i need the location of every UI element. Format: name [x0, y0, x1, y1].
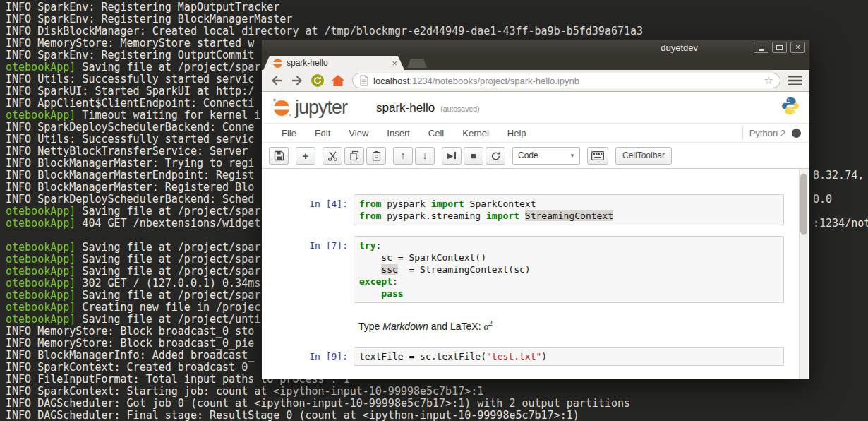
menu-item-kernel[interactable]: Kernel [453, 128, 498, 138]
log-message: 404 GET /nbextensions/widget [76, 217, 260, 230]
markdown-body[interactable]: Type Markdown and LaTeX: α2 [354, 314, 784, 336]
log-message: INFO SparkContext: Created broadcast 0 [6, 361, 254, 374]
kernel-indicator-area: Python 2 [742, 126, 809, 139]
minimize-button[interactable] [754, 42, 768, 53]
terminal-log-line: otebookApp] Saving file at /project/spar [6, 61, 260, 73]
cut-cell-button[interactable] [323, 147, 342, 165]
cell-input[interactable]: textFile = sc.textFile("test.txt") [354, 347, 784, 366]
forward-button[interactable] [288, 72, 306, 90]
run-icon: ▶ [447, 151, 453, 160]
stop-kernel-button[interactable]: ■ [464, 147, 483, 165]
code-line: Type Markdown and LaTeX: α2 [358, 317, 779, 333]
jupyter-page: jupyter spark-hello (autosaved) FileEdit… [262, 92, 809, 379]
hamburger-icon [788, 75, 802, 86]
terminal-log-fragment: 8.32.74, [813, 170, 864, 182]
menu-item-cell[interactable]: Cell [419, 128, 453, 138]
paste-icon [371, 150, 382, 161]
notebook-area[interactable]: In [4]:from pyspark import SparkContextf… [262, 169, 809, 379]
menu-item-view[interactable]: View [339, 128, 378, 138]
chevron-down-icon: ▼ [569, 153, 575, 159]
menu-item-help[interactable]: Help [498, 128, 536, 138]
scrollbar-thumb[interactable] [800, 174, 807, 235]
notebook-title[interactable]: spark-hello [376, 101, 435, 115]
reload-button[interactable] [308, 72, 326, 90]
home-icon [330, 73, 346, 88]
jupyter-logo[interactable]: jupyter [270, 96, 347, 117]
menu-item-file[interactable]: File [272, 128, 306, 138]
log-message: Saving file at /project/spar [76, 205, 260, 218]
save-button[interactable] [269, 147, 289, 165]
url-host: localhost [373, 76, 409, 86]
cell-prompt [262, 314, 354, 336]
add-cell-button[interactable]: + [296, 147, 315, 165]
code-line: try: [359, 239, 778, 251]
cell-type-value: Code [518, 150, 538, 160]
notebook-title-area[interactable]: spark-hello (autosaved) [376, 101, 480, 115]
reload-icon [311, 73, 325, 88]
celltoolbar-button[interactable]: CellToolbar [615, 147, 672, 165]
log-message: INFO AppClient$ClientEndpoint: Connecti [6, 97, 254, 109]
kernel-status-icon [792, 129, 801, 138]
address-bar[interactable]: localhost:1234/notebooks/project/spark-h… [352, 73, 780, 88]
tab-title: spark-hello [287, 58, 389, 68]
markdown-cell: Type Markdown and LaTeX: α2 [262, 314, 809, 336]
keyboard-icon [591, 151, 604, 160]
save-icon [274, 150, 284, 161]
log-message: Saving file at /project/spar [76, 253, 260, 266]
log-message: INFO SparkDeploySchedulerBackend: Conne [6, 121, 254, 134]
restart-kernel-button[interactable] [486, 147, 505, 165]
celltoolbar-label: CellToolbar [622, 150, 665, 160]
log-message: INFO SparkUI: Started SparkUI at http:/ [6, 85, 254, 97]
window-controls: × [754, 42, 805, 53]
copy-cell-button[interactable] [344, 147, 364, 165]
new-tab-button[interactable] [407, 59, 427, 68]
move-cell-down-button[interactable]: ↓ [415, 147, 435, 165]
back-button[interactable] [267, 72, 285, 90]
cell-list: In [4]:from pyspark import SparkContextf… [262, 194, 809, 366]
notebook-toolbar: + ↑ ↓ ▶ [262, 143, 809, 169]
window-title: duyetdev [661, 42, 698, 53]
browser-menu-button[interactable] [786, 72, 804, 90]
home-button[interactable] [329, 72, 346, 90]
terminal-log-line: INFO Utils: Successfully started servic [6, 73, 254, 85]
log-message: INFO DAGScheduler: Got job 0 (count at <… [6, 397, 630, 410]
close-button[interactable]: × [790, 42, 805, 53]
url-text: localhost:1234/notebooks/project/spark-h… [373, 76, 760, 86]
terminal-log-line: INFO Utils: Successfully started servic [6, 134, 254, 146]
code-line: ssc = StreamingContext(sc) [359, 263, 778, 275]
menubar-separator [742, 126, 743, 139]
terminal-log-line: INFO DAGScheduler: Got job 0 (count at <… [6, 398, 630, 410]
log-message: Saving file at /project/spar [76, 241, 260, 254]
cell-type-select[interactable]: Code ▼ [512, 147, 580, 165]
browser-tab[interactable]: spark-hello × [263, 56, 404, 70]
log-message: Saving file at /project/spar [76, 265, 260, 278]
window-titlebar[interactable]: duyetdev × [262, 40, 809, 56]
terminal-log-line: INFO DiskBlockManager: Created local dir… [6, 25, 643, 37]
cell-input[interactable]: try: sc = SparkContext() ssc = Streaming… [354, 236, 784, 303]
paste-cell-button[interactable] [366, 147, 386, 165]
menu-item-insert[interactable]: Insert [378, 128, 419, 138]
code-cell: In [4]:from pyspark import SparkContextf… [262, 194, 809, 225]
jupyter-logo-icon [270, 96, 293, 117]
maximize-button[interactable] [772, 42, 787, 53]
bookmark-star-icon[interactable]: ☆ [764, 74, 773, 87]
move-cell-up-button[interactable]: ↑ [393, 147, 413, 165]
run-cell-button[interactable]: ▶ [442, 147, 462, 165]
terminal-log-line: INFO SparkContext: Created broadcast 0 [6, 362, 254, 374]
cell-input[interactable]: from pyspark import SparkContextfrom pys… [354, 194, 784, 225]
cell-prompt: In [9]: [262, 347, 354, 366]
terminal-log-line: otebookApp] 302 GET / (127.0.0.1) 0.34ms [6, 278, 260, 290]
terminal-log-line: otebookApp] Saving file at /project/spar [6, 242, 260, 254]
log-message: INFO BlockManagerInfo: Added broadcast_ [6, 349, 254, 362]
menu-item-edit[interactable]: Edit [306, 128, 339, 138]
log-message: INFO Utils: Successfully started servic [6, 73, 254, 85]
log-message: INFO Utils: Successfully started servic [6, 133, 254, 146]
terminal-log-line: INFO SparkDeploySchedulerBackend: Sched [6, 194, 254, 206]
minimize-icon [759, 49, 764, 51]
code-line: from pyspark.streaming import StreamingC… [359, 210, 778, 222]
command-palette-button[interactable] [587, 147, 608, 165]
tab-close-icon[interactable]: × [392, 58, 397, 69]
cell-prompt: In [4]: [262, 194, 354, 225]
notebook-scrollbar[interactable] [799, 169, 808, 379]
code-cell: In [7]:try: sc = SparkContext() ssc = St… [262, 236, 809, 303]
